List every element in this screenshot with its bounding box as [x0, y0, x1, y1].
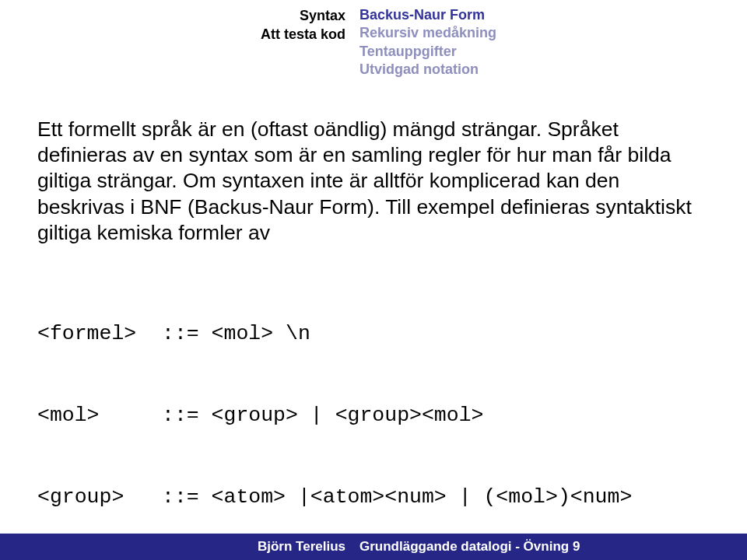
body-paragraph: Ett formellt språk är en (oftast oändlig… — [37, 117, 710, 247]
bnf-rule: <mol>::= <group> | <group><mol> — [37, 402, 710, 429]
slide-header: Syntax Att testa kod Backus-Naur Form Re… — [0, 0, 747, 87]
subsection-label: Rekursiv medåkning — [359, 24, 747, 42]
header-left-sections: Syntax Att testa kod — [0, 6, 359, 79]
footer-author: Björn Terelius — [0, 534, 359, 560]
bnf-grammar-block: <formel>::= <mol> \n <mol>::= <group> | … — [37, 266, 710, 560]
subsection-label: Backus-Naur Form — [359, 6, 747, 24]
subsection-label: Utvidgad notation — [359, 61, 747, 79]
bnf-definition: ::= <mol> \n — [162, 322, 310, 345]
slide-content: Ett formellt språk är en (oftast oändlig… — [0, 87, 747, 560]
bnf-nonterminal: <mol> — [37, 402, 162, 429]
section-label: Syntax — [0, 6, 345, 25]
bnf-definition: ::= <group> | <group><mol> — [162, 404, 483, 427]
subsection-label: Tentauppgifter — [359, 43, 747, 61]
header-right-subsections: Backus-Naur Form Rekursiv medåkning Tent… — [359, 6, 747, 79]
bnf-definition: ::= <atom> |<atom><num> | (<mol>)<num> — [162, 485, 632, 509]
footer-title: Grundläggande datalogi - Övning 9 — [359, 534, 747, 560]
bnf-nonterminal: <group> — [37, 484, 162, 511]
slide-footer: Björn Terelius Grundläggande datalogi - … — [0, 534, 747, 560]
section-label: Att testa kod — [0, 25, 345, 44]
bnf-rule: <formel>::= <mol> \n — [37, 320, 710, 348]
bnf-rule: <group>::= <atom> |<atom><num> | (<mol>)… — [37, 484, 710, 511]
bnf-nonterminal: <formel> — [37, 320, 162, 348]
